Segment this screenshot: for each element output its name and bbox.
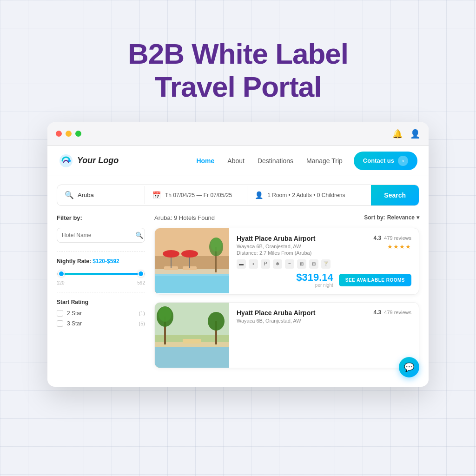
contact-btn-arrow: › — [398, 156, 408, 166]
hotel-name-2: Hyatt Place Aruba Airport — [237, 309, 315, 317]
hotel-name-filter[interactable]: 🔍 — [57, 228, 145, 243]
star-2-label: 2 Star — [67, 310, 82, 317]
guests-field[interactable]: 👤 1 Room • 2 Adults • 0 Childrens — [247, 186, 371, 204]
filter-search-icon: 🔍 — [135, 231, 143, 239]
search-bar: 🔍 📅 Th 07/04/25 — Fr 07/05/25 👤 1 Room •… — [57, 185, 419, 206]
price-range-slider[interactable] — [57, 269, 145, 278]
price-per-night-1: per night — [296, 283, 333, 288]
browser-chrome: 🔔 👤 — [47, 122, 429, 146]
star-option-3: 3 Star (5) — [57, 320, 145, 327]
hotel-rating-1: 4.3 479 reviews ★★★★ — [374, 235, 411, 250]
svg-rect-19 — [155, 344, 229, 368]
hotel-name-input[interactable] — [62, 232, 132, 238]
pool-scene-1 — [155, 228, 229, 293]
date-field[interactable]: 📅 Th 07/04/25 — Fr 07/05/25 — [145, 186, 247, 204]
range-thumb-max[interactable] — [138, 271, 144, 277]
main-content: Filter by: 🔍 Nightly Rate: $120-$592 — [47, 214, 429, 387]
range-thumb-min[interactable] — [58, 271, 65, 277]
hotel-image-1 — [155, 228, 229, 293]
hotel-card-1: Hyatt Place Aruba Airport Wayaca 6B, Ora… — [154, 228, 419, 295]
hero-title: B2B White Label Travel Portal — [128, 37, 348, 104]
star-2-checkbox[interactable] — [57, 310, 63, 317]
logo-icon — [59, 153, 73, 168]
hotel-address-1: Wayaca 6B, Oranjestad, AW — [237, 244, 315, 249]
destination-field[interactable]: 🔍 — [57, 186, 145, 204]
sort-label: Sort by: — [364, 214, 385, 221]
hotel-top-2: Hyatt Place Aruba Airport Wayaca 6B, Ora… — [237, 309, 411, 324]
navbar: Your Logo Home About Destinations Manage… — [47, 146, 429, 176]
dot-red[interactable] — [56, 131, 62, 137]
destination-input[interactable] — [78, 192, 137, 198]
range-max-label: 592 — [137, 280, 145, 285]
range-fill — [61, 273, 141, 275]
star-option-2: 2 Star (1) — [57, 310, 145, 317]
dot-green[interactable] — [75, 131, 81, 137]
nav-about[interactable]: About — [227, 157, 245, 165]
search-icon: 🔍 — [65, 191, 74, 199]
hotel-card-2: Hyatt Place Aruba Airport Wayaca 6B, Ora… — [154, 302, 419, 368]
page-wrapper: B2B White Label Travel Portal 🔔 👤 — [9, 9, 467, 476]
rating-row-1: 4.3 479 reviews — [374, 235, 411, 241]
hotel-info-1: Hyatt Place Aruba Airport Wayaca 6B, Ora… — [229, 228, 419, 294]
date-range-text: Th 07/04/25 — Fr 07/05/25 — [165, 192, 232, 198]
amenity-pool: ~ — [285, 259, 294, 269]
see-rooms-button-1[interactable]: SEE AVAILABLE ROOMS — [339, 274, 411, 286]
nav-links: Home About Destinations Manage Trip — [196, 157, 342, 165]
rating-reviews-1: 479 reviews — [384, 235, 411, 241]
browser-content: Your Logo Home About Destinations Manage… — [47, 146, 429, 387]
dot-yellow[interactable] — [66, 131, 72, 137]
rating-score-2: 4.3 — [374, 309, 382, 316]
logo-text: Your Logo — [77, 156, 119, 165]
range-track — [57, 273, 145, 275]
amenity-ac: ❄ — [273, 259, 282, 269]
svg-point-16 — [211, 238, 222, 251]
bell-icon[interactable]: 🔔 — [392, 129, 403, 139]
amenity-restaurant: ⊟ — [309, 259, 318, 269]
sort-value: Relevance — [387, 214, 415, 221]
hotel-amenities-1: ▬ ▪ P ❄ ~ ⊞ ⊟ 🍸 — [237, 259, 411, 269]
hotels-found-text: Aruba: 9 Hotels Found — [154, 214, 215, 221]
amenity-parking: P — [261, 259, 270, 269]
hotel-address-2: Wayaca 6B, Oranjestad, AW — [237, 318, 315, 324]
sort-by-control[interactable]: Sort by: Relevance ▾ — [364, 214, 419, 221]
nav-home[interactable]: Home — [196, 157, 214, 165]
logo-area: Your Logo — [59, 153, 119, 168]
filter-title: Filter by: — [57, 214, 145, 221]
nav-manage-trip[interactable]: Manage Trip — [306, 157, 343, 165]
amenity-bar: 🍸 — [321, 259, 331, 269]
hotel-image-2 — [155, 303, 229, 368]
search-button[interactable]: Search — [371, 185, 419, 205]
hotel-bottom-1: $319.14 per night SEE AVAILABLE ROOMS — [237, 272, 411, 288]
star-rating-title: Start Rating — [57, 299, 145, 305]
chat-bubble[interactable]: 💬 — [399, 357, 419, 377]
hotel-distance-1: Distance: 2.7 Miles From (Aruba) — [237, 250, 315, 256]
user-icon[interactable]: 👤 — [410, 129, 420, 139]
guests-text: 1 Room • 2 Adults • 0 Childrens — [267, 192, 345, 198]
rating-score-1: 4.3 — [374, 235, 382, 241]
browser-dots — [56, 131, 81, 137]
divider-2 — [57, 292, 145, 292]
browser-window: 🔔 👤 Your Logo — [47, 122, 429, 387]
svg-point-23 — [159, 307, 172, 322]
star-2-count: (1) — [139, 311, 145, 316]
svg-point-25 — [208, 312, 225, 331]
range-min-label: 120 — [57, 280, 65, 285]
range-labels: 120 592 — [57, 280, 145, 285]
rating-row-2: 4.3 479 reviews — [374, 309, 411, 316]
svg-point-13 — [181, 250, 198, 258]
price-amount-1: $319.14 — [296, 272, 333, 283]
divider-1 — [57, 251, 145, 251]
nightly-rate-label: Nightly Rate: $120-$592 — [57, 258, 145, 264]
hotel-price-1: $319.14 per night — [296, 272, 333, 288]
contact-btn-label: Contact us — [363, 157, 394, 164]
rating-reviews-2: 479 reviews — [384, 310, 411, 315]
amenity-wifi: ▬ — [237, 259, 246, 269]
amenity-tv: ▪ — [249, 259, 258, 269]
star-3-checkbox[interactable] — [57, 320, 63, 327]
chevron-down-icon: ▾ — [416, 214, 419, 221]
star-rating-section: Start Rating 2 Star (1) — [57, 299, 145, 327]
hotel-stars-1: ★★★★ — [387, 243, 411, 250]
contact-us-button[interactable]: Contact us › — [354, 152, 417, 170]
nav-destinations[interactable]: Destinations — [258, 157, 293, 165]
filter-sidebar: Filter by: 🔍 Nightly Rate: $120-$592 — [57, 214, 145, 376]
